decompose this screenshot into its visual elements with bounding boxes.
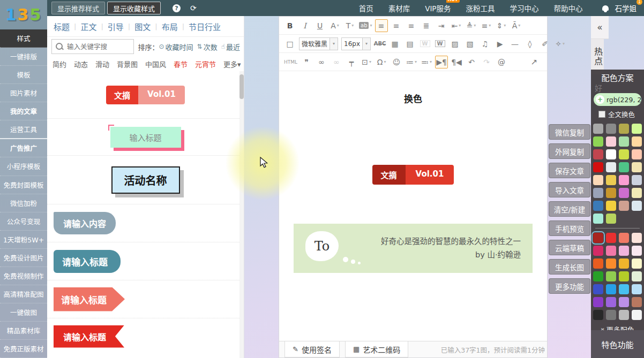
- color-swatch[interactable]: [593, 188, 603, 198]
- color-swatch[interactable]: [606, 214, 616, 224]
- color-swatch[interactable]: [593, 162, 603, 172]
- sidebar-item-模板[interactable]: 模板: [0, 66, 47, 84]
- action-button-导入文章[interactable]: 导入文章: [549, 182, 590, 197]
- style-list-scrollbar[interactable]: [239, 71, 244, 358]
- sort-option-次数[interactable]: ⇅次数: [197, 42, 218, 52]
- digest-badge[interactable]: 文摘Vol.01: [279, 165, 547, 185]
- tab-正文[interactable]: 正文: [80, 21, 96, 32]
- text-style[interactable]: T▾: [343, 19, 356, 32]
- color-swatch[interactable]: [593, 201, 603, 211]
- color-swatch[interactable]: [632, 297, 642, 307]
- color-swatch[interactable]: [606, 188, 616, 198]
- sidebar-item-微信加粉[interactable]: 微信加粉: [0, 194, 47, 212]
- color-swatch[interactable]: [619, 233, 629, 243]
- featured-functions-header[interactable]: 特色功能: [591, 330, 644, 358]
- style-preview-mint-title[interactable]: 输入标题: [47, 119, 244, 156]
- show-recommend-styles-button[interactable]: 显示推荐样式: [51, 2, 105, 14]
- action-button-保存文章[interactable]: 保存文章: [549, 163, 590, 178]
- style-preview-arrow-tag[interactable]: 请输入标题: [47, 280, 244, 318]
- color-swatch[interactable]: [632, 310, 642, 320]
- username[interactable]: 石学姐 1: [615, 3, 637, 13]
- category-简约[interactable]: 简约: [53, 59, 66, 69]
- underline[interactable]: U: [313, 19, 326, 32]
- full-text-recolor-toggle[interactable]: 全文换色: [598, 109, 644, 119]
- nav-item-学习中心[interactable]: 学习中心: [510, 3, 539, 13]
- align-right[interactable]: ≡: [405, 19, 418, 32]
- color-swatch[interactable]: [606, 201, 616, 211]
- color-swatch[interactable]: [593, 124, 603, 134]
- unordered-list[interactable]: ≕▾: [420, 56, 433, 68]
- color-swatch[interactable]: [606, 297, 616, 307]
- color-swatch[interactable]: [606, 284, 616, 294]
- one-key-beautify[interactable]: ✧▾: [553, 37, 566, 50]
- text-section[interactable]: ┯: [345, 56, 358, 68]
- nav-item-帮助中心[interactable]: 帮助中心: [554, 3, 583, 13]
- color-swatch[interactable]: [606, 258, 616, 269]
- checkbox-icon[interactable]: [598, 111, 605, 118]
- color-swatch[interactable]: [619, 136, 629, 147]
- search-box[interactable]: [51, 39, 134, 54]
- color-swatch[interactable]: [619, 201, 629, 211]
- table-style[interactable]: ▤: [403, 37, 416, 50]
- tab-节日行业[interactable]: 节日行业: [189, 21, 221, 32]
- sidebar-item-高清精准配图[interactable]: 高清精准配图: [0, 285, 47, 303]
- indent[interactable]: ⇥: [435, 19, 448, 32]
- sidebar-item-免费视频制作[interactable]: 免费视频制作: [0, 267, 47, 285]
- color-swatch[interactable]: [606, 162, 616, 172]
- action-button-外网复制[interactable]: 外网复制: [549, 143, 590, 159]
- category-滑动[interactable]: 滑动: [95, 59, 109, 69]
- insert-video[interactable]: ▶: [493, 37, 506, 50]
- color-swatch[interactable]: [632, 271, 642, 281]
- bell-icon[interactable]: [602, 5, 609, 11]
- tab-布局[interactable]: 布局: [162, 21, 178, 32]
- quote-block[interactable]: To 好奇心是强劲的智慧的最永久的特性之一 by 山·约翰逊: [294, 224, 533, 273]
- collapse-panel-button[interactable]: «: [591, 16, 609, 39]
- color-swatch[interactable]: [593, 136, 603, 147]
- color-swatch[interactable]: [619, 271, 629, 281]
- redo[interactable]: ↷: [480, 56, 493, 68]
- tab-引导[interactable]: 引导: [108, 21, 124, 32]
- search-input[interactable]: [66, 42, 132, 51]
- new-document[interactable]: □: [283, 37, 296, 50]
- color-swatch[interactable]: [593, 258, 603, 269]
- sidebar-item-免费封面模板[interactable]: 免费封面模板: [0, 176, 47, 194]
- insert-image[interactable]: ▨: [448, 37, 461, 50]
- color-swatch[interactable]: [632, 246, 642, 256]
- art-qrcode-button[interactable]: ▦ 艺术二维码: [345, 341, 408, 357]
- sidebar-item-我的文章[interactable]: 我的文章: [0, 102, 47, 120]
- sidebar-item-公众号变现[interactable]: 公众号变现: [0, 212, 47, 231]
- nav-item-VIP服务[interactable]: VIP服务HOT: [425, 3, 451, 13]
- action-button-更多功能[interactable]: 更多功能: [549, 278, 590, 294]
- category-春节[interactable]: 春节: [174, 59, 188, 69]
- app-logo[interactable]: 135: [0, 0, 47, 29]
- align-center[interactable]: ≡: [390, 19, 403, 32]
- sidebar-item-免费正版素材[interactable]: 免费正版素材: [0, 340, 47, 358]
- align-left[interactable]: ≡: [375, 19, 388, 32]
- action-button-手机预览[interactable]: 手机预览: [549, 220, 590, 236]
- category-背景图[interactable]: 背景图: [117, 59, 138, 69]
- italic[interactable]: I: [298, 19, 311, 32]
- color-swatch[interactable]: [619, 297, 629, 307]
- fullscreen[interactable]: ↗: [528, 56, 541, 68]
- editor-content[interactable]: 换色 文摘Vol.01 To 好奇心是强劲的智慧的最永久的特性之一 by 山·约…: [279, 71, 547, 341]
- insert-audio[interactable]: ♫: [478, 37, 491, 50]
- word-import-disabled[interactable]: W: [418, 37, 431, 50]
- custom-color-button[interactable]: + rgb(229, 2: [594, 93, 641, 106]
- color-swatch[interactable]: [619, 124, 629, 134]
- color-swatch[interactable]: [632, 258, 642, 269]
- color-swatch[interactable]: [606, 310, 616, 320]
- color-swatch[interactable]: [619, 149, 629, 159]
- first-line-indent[interactable]: ⇤▾: [450, 19, 463, 32]
- refresh-icon[interactable]: ⟳: [190, 4, 197, 12]
- insert-link[interactable]: ∞: [315, 56, 328, 68]
- color-swatch[interactable]: [593, 214, 603, 224]
- color-swatch[interactable]: [593, 246, 603, 256]
- color-swatch[interactable]: [632, 233, 642, 243]
- color-swatch[interactable]: [593, 297, 603, 307]
- font-color[interactable]: A▾: [328, 19, 341, 32]
- sidebar-item-免费设计图片[interactable]: 免费设计图片: [0, 249, 47, 267]
- tab-图文[interactable]: 图文: [134, 21, 151, 32]
- color-swatch[interactable]: [632, 162, 642, 172]
- color-swatch[interactable]: [632, 149, 642, 159]
- insert-table[interactable]: ▦: [388, 37, 401, 50]
